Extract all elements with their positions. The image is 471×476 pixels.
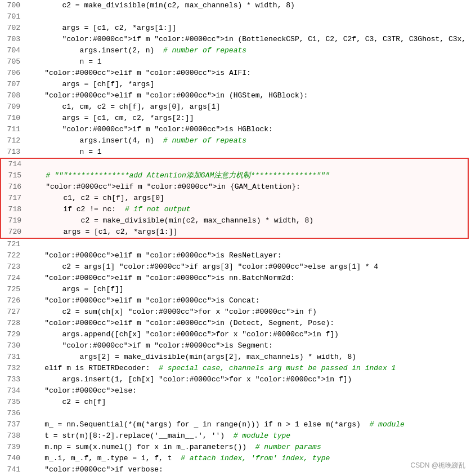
- code-line: 721: [0, 239, 471, 250]
- line-content: c1, c2 = ch[f], args[0]: [28, 193, 468, 204]
- line-content: args = [ch[f], *args]: [27, 79, 471, 90]
- code-line: 740 m_.i, m_.f, m_.type = i, f, t # atta…: [0, 453, 471, 464]
- line-number: 716: [1, 181, 28, 193]
- line-content: n = 1: [27, 146, 471, 158]
- code-line: 710 args = [c1, cm, c2, *args[2:]]: [0, 113, 471, 124]
- line-content: t = str(m)[8:-2].replace('__main__.', ''…: [27, 430, 471, 442]
- line-number: 706: [0, 68, 27, 79]
- line-content: args = [ch[f]]: [27, 284, 471, 295]
- line-number: 715: [1, 170, 28, 181]
- line-number: 725: [0, 284, 27, 295]
- line-number: 713: [0, 146, 27, 158]
- line-content: "color:#0000cc">else:: [27, 385, 471, 397]
- line-content: elif m is RTDETRDecoder: # special case,…: [27, 363, 471, 374]
- line-number: 739: [0, 442, 27, 453]
- line-number: 734: [0, 385, 27, 397]
- line-number: 723: [0, 261, 27, 273]
- line-number: 733: [0, 374, 27, 385]
- code-line: 739 m.np = sum(x.numel() for x in m_.par…: [0, 442, 471, 453]
- code-line: 724 "color:#0000cc">elif m "color:#0000c…: [0, 273, 471, 284]
- code-line: 700 c2 = make_divisible(min(c2, max_chan…: [0, 0, 471, 11]
- code-line: 722 "color:#0000cc">elif m "color:#0000c…: [0, 250, 471, 261]
- highlighted-block: 714715 # """**************add Attention添…: [0, 158, 469, 239]
- line-content: # """**************add Attention添加GAM注意力…: [28, 170, 468, 181]
- line-number: 702: [0, 23, 27, 34]
- line-number: 705: [0, 56, 27, 68]
- line-number: 701: [0, 11, 27, 23]
- line-number: 736: [0, 408, 27, 419]
- code-line: 741 "color:#0000cc">if verbose:: [0, 464, 471, 475]
- line-number: 724: [0, 273, 27, 284]
- code-line: 729 args.append([ch[x] "color:#0000cc">f…: [0, 329, 471, 340]
- line-number: 721: [0, 239, 27, 250]
- line-content: "color:#0000cc">if m "color:#0000cc">is …: [27, 340, 471, 352]
- line-content: "color:#0000cc">if verbose:: [27, 464, 471, 475]
- code-line: 730 "color:#0000cc">if m "color:#0000cc"…: [0, 340, 471, 352]
- code-line: 732 elif m is RTDETRDecoder: # special c…: [0, 363, 471, 374]
- line-number: 735: [0, 397, 27, 408]
- watermark: CSDN @栀晚蹉乱: [410, 460, 465, 470]
- line-content: c2 = ch[f]: [27, 397, 471, 408]
- line-number: 737: [0, 419, 27, 430]
- line-content: if c2 != nc: # if not output: [28, 204, 468, 215]
- line-content: args[2] = make_divisible(min(args[2], ma…: [27, 352, 471, 363]
- line-content: args = [c1, c2, *args[1:]]: [27, 23, 471, 34]
- line-content: n = 1: [27, 56, 471, 68]
- code-line: 719 c2 = make_divisible(min(c2, max_chan…: [1, 215, 468, 226]
- line-content: args.append([ch[x] "color:#0000cc">for x…: [27, 329, 471, 340]
- line-content: "color:#0000cc">if m "color:#0000cc">in …: [27, 34, 471, 45]
- code-line: 711 "color:#0000cc">if m "color:#0000cc"…: [0, 124, 471, 135]
- line-number: 712: [0, 135, 27, 146]
- line-content: "color:#0000cc">elif m "color:#0000cc">i…: [27, 68, 471, 79]
- line-number: 727: [0, 306, 27, 318]
- code-line: 738 t = str(m)[8:-2].replace('__main__.'…: [0, 430, 471, 442]
- code-line: 701: [0, 11, 471, 23]
- code-editor: 700 c2 = make_divisible(min(c2, max_chan…: [0, 0, 471, 476]
- line-number: 728: [0, 318, 27, 329]
- line-number: 720: [1, 226, 28, 238]
- code-line: 703 "color:#0000cc">if m "color:#0000cc"…: [0, 34, 471, 45]
- line-number: 717: [1, 193, 28, 204]
- line-content: "color:#0000cc">if m "color:#0000cc">is …: [27, 124, 471, 135]
- line-number: 730: [0, 340, 27, 352]
- line-content: m_.i, m_.f, m_.type = i, f, t # attach i…: [27, 453, 471, 464]
- code-line: 725 args = [ch[f]]: [0, 284, 471, 295]
- line-number: 700: [0, 0, 27, 11]
- code-line: 727 c2 = sum(ch[x] "color:#0000cc">for x…: [0, 306, 471, 318]
- line-number: 718: [1, 204, 28, 215]
- line-content: "color:#0000cc">elif m "color:#0000cc">i…: [27, 250, 471, 261]
- code-line: 733 args.insert(1, [ch[x] "color:#0000cc…: [0, 374, 471, 385]
- line-number: 708: [0, 90, 27, 101]
- code-line: 702 args = [c1, c2, *args[1:]]: [0, 23, 471, 34]
- line-content: c2 = sum(ch[x] "color:#0000cc">for x "co…: [27, 306, 471, 318]
- code-line: 718 if c2 != nc: # if not output: [1, 204, 468, 215]
- code-line: 704 args.insert(2, n) # number of repeat…: [0, 45, 471, 56]
- line-number: 732: [0, 363, 27, 374]
- line-number: 731: [0, 352, 27, 363]
- line-content: args.insert(4, n) # number of repeats: [27, 135, 471, 146]
- code-line: 709 c1, cm, c2 = ch[f], args[0], args[1]: [0, 101, 471, 113]
- code-line: 734 "color:#0000cc">else:: [0, 385, 471, 397]
- code-line: 737 m_ = nn.Sequential(*(m(*args) for _ …: [0, 419, 471, 430]
- line-number: 710: [0, 113, 27, 124]
- line-content: args = [c1, cm, c2, *args[2:]]: [27, 113, 471, 124]
- code-line: 728 "color:#0000cc">elif m "color:#0000c…: [0, 318, 471, 329]
- line-content: c1, cm, c2 = ch[f], args[0], args[1]: [27, 101, 471, 113]
- code-line: 707 args = [ch[f], *args]: [0, 79, 471, 90]
- code-line: 715 # """**************add Attention添加GA…: [1, 170, 468, 181]
- line-content: "color:#0000cc">elif m "color:#0000cc">i…: [28, 181, 468, 193]
- line-content: args.insert(2, n) # number of repeats: [27, 45, 471, 56]
- line-content: args.insert(1, [ch[x] "color:#0000cc">fo…: [27, 374, 471, 385]
- line-number: 741: [0, 464, 27, 475]
- line-content: c2 = args[1] "color:#0000cc">if args[3] …: [27, 261, 471, 273]
- code-lines: 700 c2 = make_divisible(min(c2, max_chan…: [0, 0, 471, 476]
- line-content: "color:#0000cc">elif m "color:#0000cc">i…: [27, 295, 471, 306]
- line-content: "color:#0000cc">elif m "color:#0000cc">i…: [27, 273, 471, 284]
- code-line: 705 n = 1: [0, 56, 471, 68]
- code-line: 708 "color:#0000cc">elif m "color:#0000c…: [0, 90, 471, 101]
- line-content: "color:#0000cc">elif m "color:#0000cc">i…: [27, 318, 471, 329]
- line-number: 707: [0, 79, 27, 90]
- line-content: c2 = make_divisible(min(c2, max_channels…: [27, 0, 471, 11]
- code-line: 723 c2 = args[1] "color:#0000cc">if args…: [0, 261, 471, 273]
- code-line: 712 args.insert(4, n) # number of repeat…: [0, 135, 471, 146]
